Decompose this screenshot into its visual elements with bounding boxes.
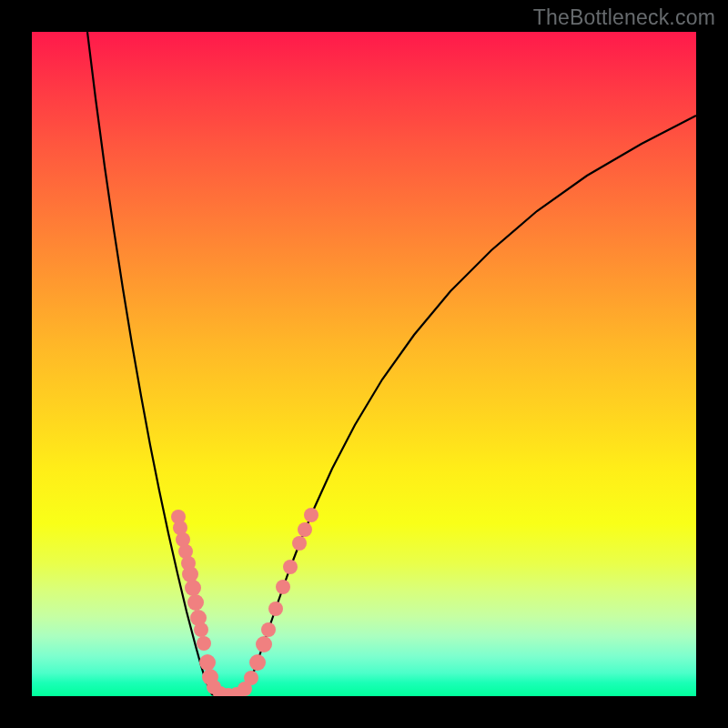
highlight-dot [199, 654, 216, 671]
outer-frame: TheBottleneck.com [0, 0, 728, 728]
highlight-dots-group [171, 508, 318, 696]
bottleneck-curve [87, 32, 696, 696]
highlight-dot [182, 566, 198, 582]
highlight-dot [194, 622, 208, 637]
highlight-dot [187, 594, 204, 611]
highlight-dot [298, 522, 312, 537]
highlight-dot [185, 580, 201, 596]
highlight-dot [292, 536, 307, 551]
curve-svg [32, 32, 696, 696]
highlight-dot [283, 560, 298, 574]
highlight-dot [249, 654, 266, 671]
watermark-text: TheBottleneck.com [533, 5, 715, 30]
plot-area [32, 32, 696, 696]
highlight-dot [244, 671, 258, 685]
highlight-dot [276, 580, 290, 594]
highlight-dot [197, 636, 211, 651]
highlight-dot [256, 636, 272, 652]
highlight-dot [261, 622, 276, 637]
highlight-dot [304, 508, 318, 522]
highlight-dot [268, 602, 283, 616]
